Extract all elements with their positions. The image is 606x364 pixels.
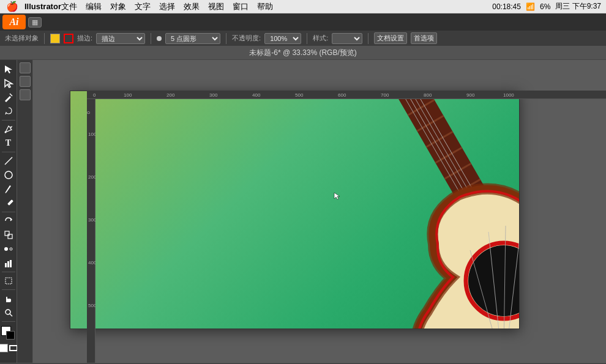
main-area: T	[0, 60, 606, 363]
fill-mode-btn[interactable]	[0, 344, 8, 352]
svg-marker-0	[5, 65, 12, 73]
direct-selection-tool[interactable]	[2, 76, 15, 90]
stroke-label: 描边:	[77, 34, 92, 43]
apple-menu[interactable]: 🍎	[6, 1, 18, 12]
magic-wand-tool[interactable]	[2, 91, 15, 104]
tools-panel: T	[0, 60, 17, 363]
rotate-tool[interactable]	[2, 214, 15, 228]
stroke-color[interactable]	[6, 331, 15, 340]
layers-icon[interactable]	[20, 62, 31, 73]
fill-swatch[interactable]	[50, 34, 60, 43]
stroke-mode-btn[interactable]	[9, 345, 18, 351]
menu-file[interactable]: 文件	[61, 1, 77, 12]
stroke-swatch[interactable]	[64, 34, 73, 43]
svg-text:500: 500	[295, 92, 304, 98]
zoom-tool[interactable]	[2, 306, 15, 319]
svg-text:200: 200	[88, 174, 95, 180]
style-label: 样式:	[313, 34, 328, 43]
svg-text:0: 0	[87, 111, 91, 114]
menu-select[interactable]: 选择	[159, 1, 175, 12]
doc-settings-button[interactable]: 文档设置	[374, 32, 407, 44]
vertical-ruler: 0 100 200 300 400 500	[87, 99, 95, 363]
tool-divider-3	[2, 212, 15, 212]
ellipse-tool[interactable]	[2, 168, 15, 182]
type-tool[interactable]: T	[2, 136, 15, 150]
svg-point-15	[6, 310, 10, 314]
svg-text:700: 700	[381, 92, 389, 98]
svg-rect-11	[5, 263, 7, 267]
appearance-icon[interactable]	[20, 76, 31, 87]
tab-bar: 未标题-6* @ 33.33% (RGB/预览)	[0, 46, 606, 60]
divider-3	[226, 33, 226, 44]
tool-divider-4	[2, 272, 15, 272]
menu-edit[interactable]: 编辑	[86, 1, 102, 12]
svg-line-4	[5, 157, 12, 165]
tool-divider-2	[2, 152, 15, 152]
svg-text:100: 100	[88, 132, 95, 137]
svg-rect-7	[5, 231, 9, 236]
svg-text:1000: 1000	[503, 92, 514, 98]
brushes-icon[interactable]	[20, 89, 31, 100]
svg-point-10	[10, 248, 12, 250]
svg-text:600: 600	[338, 92, 346, 98]
scale-tool[interactable]	[2, 228, 15, 242]
divider-1	[44, 33, 45, 44]
divider-5	[368, 33, 368, 44]
hand-tool[interactable]	[2, 292, 15, 305]
tool-divider-6	[2, 321, 15, 322]
properties-bar: 未选择对象 描边: 描边 5 点圆形 不透明度: 100% 样式: 文档设置 首…	[0, 31, 606, 46]
menu-window[interactable]: 窗口	[233, 1, 249, 12]
svg-rect-8	[8, 234, 12, 239]
menu-type[interactable]: 文字	[135, 1, 151, 12]
svg-text:200: 200	[166, 92, 175, 98]
svg-rect-13	[10, 260, 12, 267]
cursor-indicator	[334, 192, 342, 201]
document-tab[interactable]: 未标题-6* @ 33.33% (RGB/预览)	[249, 48, 357, 58]
pen-tool[interactable]	[2, 122, 15, 136]
svg-text:800: 800	[424, 92, 432, 98]
menu-object[interactable]: 对象	[110, 1, 126, 12]
line-tool[interactable]	[2, 154, 15, 168]
blend-tool[interactable]	[2, 242, 15, 256]
clock: 周三 下午9:37	[555, 1, 601, 12]
ai-toolbar: Ai ▦	[0, 13, 606, 31]
color-mode-buttons	[0, 344, 18, 352]
tool-divider-5	[2, 289, 15, 290]
view-toggle-button[interactable]: ▦	[28, 17, 42, 28]
svg-text:300: 300	[88, 217, 95, 223]
menu-help[interactable]: 帮助	[257, 1, 273, 12]
svg-rect-6	[7, 199, 13, 206]
horizontal-ruler: 01002003004005006007008009001000	[87, 91, 606, 99]
canvas-area[interactable]: 01002003004005006007008009001000 0 100 2…	[33, 60, 606, 363]
selection-tool[interactable]	[2, 62, 15, 76]
prefs-button[interactable]: 首选项	[411, 32, 437, 44]
svg-marker-1	[5, 80, 12, 87]
column-graph-tool[interactable]	[2, 256, 15, 270]
svg-text:0: 0	[93, 92, 96, 98]
menu-view[interactable]: 视图	[208, 1, 224, 12]
ai-logo: Ai	[2, 15, 26, 29]
status-time: 00:18:45	[492, 2, 521, 11]
svg-rect-14	[6, 278, 12, 284]
stroke-select[interactable]: 描边	[96, 33, 145, 44]
svg-line-16	[10, 314, 12, 316]
svg-text:400: 400	[252, 92, 261, 98]
pencil-tool[interactable]	[2, 196, 15, 210]
opacity-select[interactable]: 100%	[264, 33, 301, 44]
lasso-tool[interactable]	[2, 105, 15, 118]
guitar-illustration	[286, 91, 520, 329]
shape-select[interactable]: 5 点圆形	[165, 33, 220, 44]
style-select[interactable]	[332, 33, 362, 44]
paintbrush-tool[interactable]	[2, 182, 15, 196]
svg-rect-12	[7, 261, 9, 267]
point-btn[interactable]	[157, 36, 162, 41]
svg-text:400: 400	[88, 260, 95, 266]
app-name: Illustrator	[24, 2, 61, 11]
artboard-tool[interactable]	[2, 274, 15, 288]
color-swatches[interactable]	[1, 326, 16, 341]
svg-point-5	[5, 171, 12, 179]
secondary-panel	[17, 60, 33, 363]
menu-effect[interactable]: 效果	[184, 1, 200, 12]
svg-marker-40	[334, 193, 340, 199]
menu-right-items: 00:18:45 📶 6% 周三 下午9:37	[492, 1, 606, 12]
